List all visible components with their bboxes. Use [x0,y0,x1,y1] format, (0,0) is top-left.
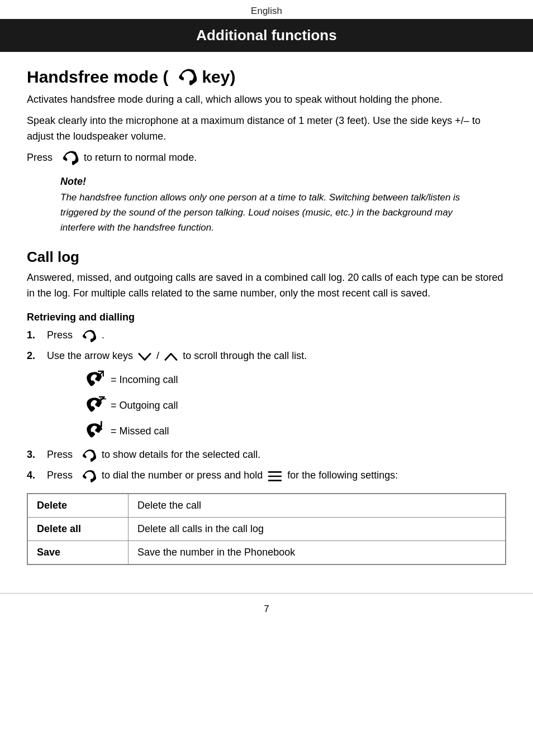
step-2-number: 2. [27,348,47,363]
table-cell-save-action: Save [28,541,129,564]
step-2-content: Use the arrow keys / to scroll through t… [47,348,506,363]
settings-table: Delete Delete the call Delete all Delete… [27,494,506,564]
step-3: 3. Press to show details for the selecte… [27,447,506,462]
step-1-content: Press . [47,328,506,343]
calllog-title: Call log [27,248,506,266]
incoming-call-icon [80,369,111,390]
svg-line-1 [99,397,104,402]
content-area: Handsfree mode ( key) Activates handsfre… [0,68,533,582]
step-1-number: 1. [27,328,47,343]
handset-icon-step1 [78,329,97,343]
incoming-call-label: = Incoming call [111,374,178,386]
missed-call-row: = Missed call [80,420,506,442]
table-cell-save-desc: Save the number in the Phonebook [129,541,506,564]
step-2: 2. Use the arrow keys / to scroll throug… [27,348,506,363]
handsfree-para3-start: Press [27,152,53,163]
step-2-slash: / [156,350,162,361]
outgoing-call-row: = Outgoing call [80,395,506,416]
table-row-delete-all: Delete all Delete all calls in the call … [28,518,506,541]
page-number: 7 [0,593,533,620]
retrieving-title: Retrieving and dialling [27,312,506,323]
handset-icon-press [58,150,79,166]
table-row-save: Save Save the number in the Phonebook [28,541,506,564]
outgoing-call-label: = Outgoing call [111,400,178,412]
missed-icon-svg [85,420,106,438]
table-cell-delete-action: Delete [28,494,129,518]
note-title: Note! [60,176,473,188]
table-cell-deleteall-desc: Delete all calls in the call log [129,518,506,541]
table-cell-deleteall-action: Delete all [28,518,129,541]
handset-icon-step3 [78,449,97,462]
handsfree-title-end: key) [202,68,235,87]
step-2-text-start: Use the arrow keys [47,350,133,361]
step-3-text-end: to show details for the selected call. [102,449,260,460]
arrow-down-icon [137,351,153,363]
missed-call-label: = Missed call [111,425,169,437]
step-1-text-start: Press [47,329,73,341]
menu-icon-step4 [268,470,282,482]
handsfree-para3: Press to return to normal mode. [27,150,506,166]
outgoing-icon-svg [85,395,106,413]
handsfree-title-start: Handsfree mode ( [27,68,168,87]
step-4-text-start: Press [47,470,73,481]
settings-table-container: Delete Delete the call Delete all Delete… [27,493,506,565]
step-3-number: 3. [27,447,47,462]
calllog-body: Answered, missed, and outgoing calls are… [27,270,506,302]
call-type-icons: = Incoming call [80,369,506,442]
step-1-text-end: . [102,329,104,341]
step-4: 4. Press to dial the number or press and… [27,468,506,483]
incoming-call-row: = Incoming call [80,369,506,390]
handset-icon-title [173,68,197,86]
step-4-content: Press to dial the number or press and ho… [47,468,506,483]
step-2-text-end: to scroll through the call list. [183,350,307,361]
handsfree-title: Handsfree mode ( key) [27,68,506,87]
steps-list: 1. Press . 2. Use the arrow keys [27,328,506,483]
handsfree-para2: Speak clearly into the microphone at a m… [27,113,506,145]
step-4-text-end: to dial the number or press and hold [102,470,263,481]
handset-icon-step4 [78,470,97,483]
step-3-text-start: Press [47,449,73,460]
handsfree-para1: Activates handsfree mode during a call, … [27,92,506,108]
note-block: Note! The handsfree function allows only… [60,176,473,236]
note-body: The handsfree function allows only one p… [60,190,473,236]
missed-call-icon [80,420,111,442]
step-4-text-end2: for the following settings: [287,470,398,481]
arrow-up-icon [163,351,179,363]
handsfree-para3-end: to return to normal mode. [84,152,197,163]
step-4-number: 4. [27,468,47,483]
outgoing-call-icon [80,395,111,416]
language-label: English [0,0,533,19]
step-3-content: Press to show details for the selected c… [47,447,506,462]
icon-list-item: = Incoming call [47,369,506,442]
table-cell-delete-desc: Delete the call [129,494,506,518]
page-header: Additional functions [0,19,533,52]
page: English Additional functions Handsfree m… [0,0,533,756]
table-row-delete: Delete Delete the call [28,494,506,518]
step-1: 1. Press . [27,328,506,343]
incoming-icon-svg [85,369,106,387]
